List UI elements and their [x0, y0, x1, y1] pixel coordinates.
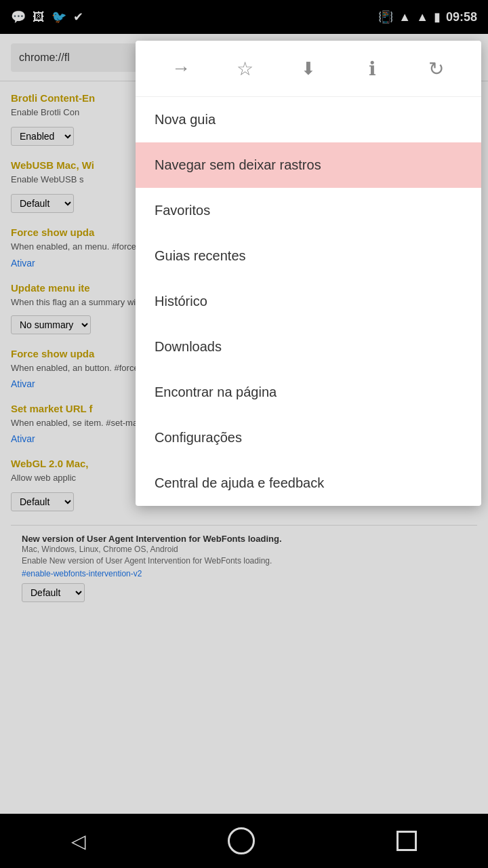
reload-icon: ↻: [428, 58, 444, 80]
bookmark-button[interactable]: ☆: [228, 52, 262, 85]
download-icon: ⬇: [301, 58, 316, 79]
menu-item-navegar-sem-rastros[interactable]: Navegar sem deixar rastros: [136, 142, 481, 188]
menu-item-downloads[interactable]: Downloads: [136, 324, 481, 370]
forward-button[interactable]: →: [164, 52, 198, 85]
menu-item-favoritos[interactable]: Favoritos: [136, 188, 481, 233]
bookmark-icon: ☆: [237, 58, 253, 80]
forward-icon: →: [171, 58, 190, 79]
menu-item-nova-guia[interactable]: Nova guia: [136, 97, 481, 142]
reload-button[interactable]: ↻: [419, 52, 453, 85]
menu-item-guias-recentes[interactable]: Guias recentes: [136, 233, 481, 279]
menu-item-central-ajuda[interactable]: Central de ajuda e feedback: [136, 460, 481, 506]
info-button[interactable]: ℹ: [355, 52, 389, 85]
chrome-menu: → ☆ ⬇ ℹ ↻ Nova guia Navegar sem deixar r…: [136, 41, 481, 506]
menu-item-encontrar-na-pagina[interactable]: Encontrar na página: [136, 370, 481, 415]
menu-item-configuracoes[interactable]: Configurações: [136, 415, 481, 460]
menu-icons-row: → ☆ ⬇ ℹ ↻: [136, 41, 481, 97]
info-icon: ℹ: [369, 58, 376, 80]
download-button[interactable]: ⬇: [291, 52, 325, 85]
menu-item-historico[interactable]: Histórico: [136, 279, 481, 324]
